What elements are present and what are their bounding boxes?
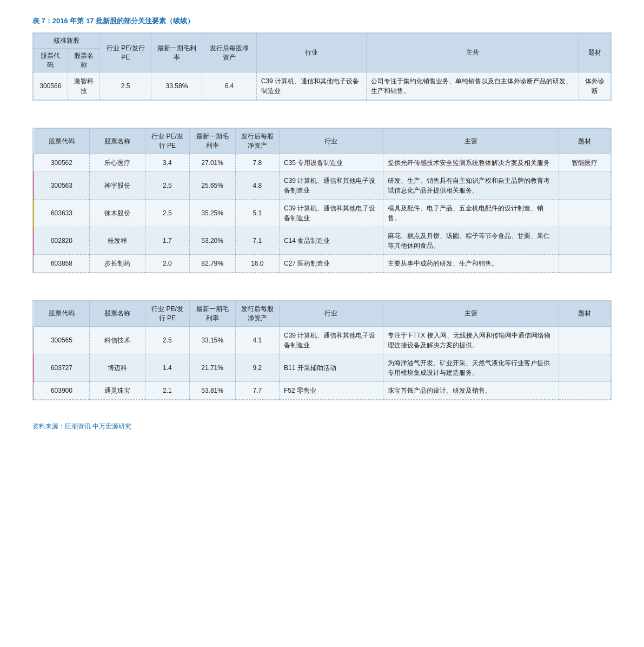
table2-wrapper: 股票代码 股票名称 行业 PE/发行 PE 最新一期毛利率 发行后每股净资产 行… (32, 128, 612, 273)
table-cell: 33.15% (189, 326, 235, 354)
table-cell: 7.7 (235, 381, 279, 399)
table-cell: C39 计算机、通信和其他电子设备制造业 (256, 72, 366, 100)
table-cell: 6.4 (202, 72, 256, 100)
table-cell: 603858 (34, 254, 89, 272)
th2-theme: 题材 (559, 129, 610, 154)
th3-nav: 发行后每股净资产 (235, 301, 279, 326)
table-row: 300566激智科技2.533.58%6.4C39 计算机、通信和其他电子设备制… (34, 72, 611, 100)
page-title: 表 7：2016 年第 17 批新股的部分关注要素（续续） (32, 16, 612, 26)
table-cell: 通灵珠宝 (89, 381, 145, 399)
th2-nav: 发行后每股净资产 (235, 129, 279, 154)
table-cell: 桂发祥 (89, 227, 145, 254)
th3-industry: 行业 (279, 301, 383, 326)
table-row: 603633徕木股份2.535.25%5.1C39 计算机、通信和其他电子设备制… (34, 199, 611, 227)
table-row: 603858步长制药2.082.79%16.0C27 医药制造业主要从事中成药的… (34, 254, 611, 272)
table-cell: 麻花、糕点及月饼、汤圆、粽子等节令食品、甘栗、果仁等其他休闲食品。 (383, 227, 559, 254)
table-cell: C27 医药制造业 (279, 254, 383, 272)
table-cell: 专注于 FTTX 接入网、无线接入网和传输网中通信网络物理连接设备及解决方案的提… (383, 326, 559, 354)
th3-code: 股票代码 (34, 301, 89, 326)
th2-name: 股票名称 (89, 129, 145, 154)
table-cell: 步长制药 (89, 254, 145, 272)
table1: 核准新股行业 PE/发行 PE最新一期毛利率发行后每股净资产行业主营题材股票代码… (33, 33, 611, 100)
th3-main: 主营 (383, 301, 559, 326)
table-cell: 300565 (34, 326, 89, 354)
table-cell: 公司专注于集约化销售业务、单纯销售以及自主体外诊断产品的研发、生产和销售。 (366, 72, 579, 100)
table-row: 300562乐心医疗3.427.01%7.8C35 专用设备制造业提供光纤传感技… (34, 154, 611, 171)
table-cell: C39 计算机、通信和其他电子设备制造业 (279, 199, 383, 227)
table-cell (559, 254, 610, 272)
th2-code: 股票代码 (34, 129, 89, 154)
table-cell: 002820 (34, 227, 89, 254)
table-cell: 珠宝首饰产品的设计、研发及销售。 (383, 381, 559, 399)
table-row: 603900通灵珠宝2.153.81%7.7F52 零售业珠宝首饰产品的设计、研… (34, 381, 611, 399)
table3: 股票代码 股票名称 行业 PE/发行 PE 最新一期毛利率 发行后每股净资产 行… (33, 301, 611, 400)
table-cell: 33.58% (151, 72, 202, 100)
table-cell: 3.4 (145, 154, 189, 171)
table-cell: B11 开采辅助活动 (279, 354, 383, 381)
table-cell: 1.4 (145, 354, 189, 381)
table-cell: C35 专用设备制造业 (279, 154, 383, 171)
table-cell: 2.0 (145, 254, 189, 272)
table-cell: 82.79% (189, 254, 235, 272)
th2-gross: 最新一期毛利率 (189, 129, 235, 154)
table-cell: C39 计算机、通信和其他电子设备制造业 (279, 171, 383, 199)
table-cell (559, 354, 610, 381)
table-row: 603727博迈科1.421.71%9.2B11 开采辅助活动为海洋油气开发、矿… (34, 354, 611, 381)
table-cell: 9.2 (235, 354, 279, 381)
table-cell: 4.1 (235, 326, 279, 354)
table-cell: 研发、生产、销售具有自主知识产权和自主品牌的教育考试信息化产品并提供相关服务。 (383, 171, 559, 199)
table-cell: 2.5 (145, 326, 189, 354)
table-cell: 为海洋油气开发、矿业开采、天然气液化等行业客户提供专用模块集成设计与建造服务。 (383, 354, 559, 381)
table-cell: 2.5 (145, 171, 189, 199)
table-cell: 603900 (34, 381, 89, 399)
table-cell: 300566 (34, 72, 68, 100)
table-cell: 53.20% (189, 227, 235, 254)
source-text: 资料来源：巨潮资讯 中万宏源研究 (32, 422, 612, 431)
table-row: 300563神宇股份2.525.65%4.8C39 计算机、通信和其他电子设备制… (34, 171, 611, 199)
table-cell: 35.25% (189, 199, 235, 227)
table-cell: 智能医疗 (559, 154, 610, 171)
table3-wrapper: 股票代码 股票名称 行业 PE/发行 PE 最新一期毛利率 发行后每股净资产 行… (32, 300, 612, 400)
th2-pe: 行业 PE/发行 PE (145, 129, 189, 154)
table-cell: C39 计算机、通信和其他电子设备制造业 (279, 326, 383, 354)
table-cell: 25.65% (189, 171, 235, 199)
table-cell (559, 199, 610, 227)
th2-main: 主营 (383, 129, 559, 154)
table-cell: 1.7 (145, 227, 189, 254)
table-cell: 模具及配件、电子产品、五金机电配件的设计制造、销售。 (383, 199, 559, 227)
table-row: 002820桂发祥1.753.20%7.1C14 食品制造业麻花、糕点及月饼、汤… (34, 227, 611, 254)
table-cell (559, 171, 610, 199)
th3-pe: 行业 PE/发行 PE (145, 301, 189, 326)
table-cell: 7.1 (235, 227, 279, 254)
table-cell: 21.71% (189, 354, 235, 381)
th3-name: 股票名称 (89, 301, 145, 326)
table-cell: 53.81% (189, 381, 235, 399)
table-cell: C14 食品制造业 (279, 227, 383, 254)
table-cell: 7.8 (235, 154, 279, 171)
table-cell: 16.0 (235, 254, 279, 272)
table-cell: 4.8 (235, 171, 279, 199)
th3-theme: 题材 (559, 301, 610, 326)
table-cell: 体外诊断 (579, 72, 610, 100)
table-cell: 300563 (34, 171, 89, 199)
table-cell: F52 零售业 (279, 381, 383, 399)
table-cell: 徕木股份 (89, 199, 145, 227)
table-cell: 博迈科 (89, 354, 145, 381)
table-cell: 5.1 (235, 199, 279, 227)
table-cell: 激智科技 (68, 72, 99, 100)
table-cell: 603727 (34, 354, 89, 381)
table-cell: 2.5 (145, 199, 189, 227)
table2: 股票代码 股票名称 行业 PE/发行 PE 最新一期毛利率 发行后每股净资产 行… (33, 128, 611, 273)
table-cell: 2.1 (145, 381, 189, 399)
table-cell: 科信技术 (89, 326, 145, 354)
table-cell (559, 227, 610, 254)
table-cell: 300562 (34, 154, 89, 171)
table-cell (559, 326, 610, 354)
table-cell (559, 381, 610, 399)
table-cell: 神宇股份 (89, 171, 145, 199)
table-cell: 603633 (34, 199, 89, 227)
th3-gross: 最新一期毛利率 (189, 301, 235, 326)
table-row: 300565科信技术2.533.15%4.1C39 计算机、通信和其他电子设备制… (34, 326, 611, 354)
table-cell: 主要从事中成药的研发、生产和销售。 (383, 254, 559, 272)
th2-industry: 行业 (279, 129, 383, 154)
